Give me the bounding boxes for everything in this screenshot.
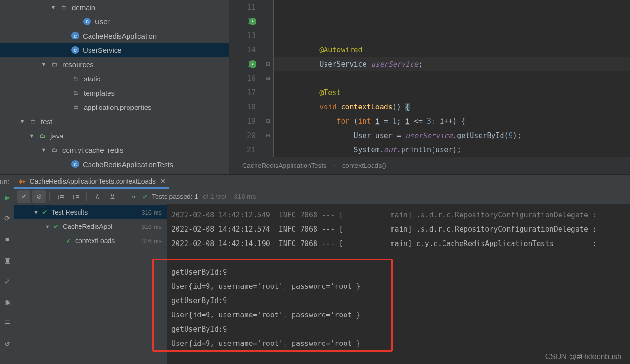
code-line[interactable]: for (int i = 1; i <= 3; i++) { xyxy=(285,114,630,128)
sort-button-2[interactable]: ↕≡ xyxy=(69,190,82,203)
code-line[interactable]: User user = userService.getUserById(9); xyxy=(285,128,630,143)
gutter-line[interactable]: 13 xyxy=(230,29,256,43)
tree-item-domain[interactable]: 🗀domain xyxy=(0,0,229,14)
fold-cell[interactable] xyxy=(264,0,273,14)
project-tree[interactable]: 🗀domaincUsercCacheRedisApplicationcUserS… xyxy=(0,0,229,174)
run-tab[interactable]: ◆▸ CacheRedisApplicationTests.contextLoa… xyxy=(14,175,169,189)
test-tree-item[interactable]: ✔Test Results316 ms xyxy=(14,205,167,219)
tree-item-com-yl-cache-redis[interactable]: 🗀com.yl.cache_redis xyxy=(0,143,229,157)
fold-cell[interactable] xyxy=(264,29,273,43)
folder-icon: 🗀 xyxy=(38,131,47,140)
tree-arrow-icon[interactable] xyxy=(40,147,47,153)
pin-button[interactable]: ⤢ xyxy=(1,275,13,287)
tree-item-userservice[interactable]: cUserService xyxy=(0,43,229,57)
expand-button[interactable]: ☰ xyxy=(1,317,13,329)
show-ignored-button[interactable]: ⊘ xyxy=(32,190,46,203)
tree-item-test[interactable]: 🗀test xyxy=(0,114,229,128)
layout-button[interactable]: ▣ xyxy=(1,255,13,266)
test-tree-item[interactable]: ✔CacheRedisAppl316 ms xyxy=(14,219,167,234)
test-results-tree[interactable]: ✔Test Results316 ms✔CacheRedisAppl316 ms… xyxy=(14,204,167,364)
tree-item-cacheredisapplicationtests[interactable]: cCacheRedisApplicationTests xyxy=(0,157,229,171)
test-tree-item[interactable]: ✔contextLoads316 ms xyxy=(14,234,167,248)
tree-item-application-properties[interactable]: 🗀application.properties xyxy=(0,100,229,114)
gutter-line[interactable]: 11 xyxy=(230,0,256,14)
code-line[interactable]: @Test xyxy=(285,86,630,100)
tree-item-java[interactable]: 🗀java xyxy=(0,128,229,143)
breadcrumb[interactable]: CacheRedisApplicationTests › contextLoad… xyxy=(230,157,630,174)
test-duration: 316 ms xyxy=(141,223,162,230)
tests-passed-label: Tests passed: 1 of 1 test – 316 ms xyxy=(152,193,256,200)
folder-icon: 🗀 xyxy=(59,3,68,11)
tree-item-templates[interactable]: 🗀templates xyxy=(0,86,229,100)
fold-cell[interactable] xyxy=(264,143,273,157)
code-line[interactable] xyxy=(285,71,630,86)
collapse-all-button[interactable]: ⊻ xyxy=(106,190,119,203)
history-button[interactable]: ↺ xyxy=(1,338,13,350)
gutter-line[interactable]: 19 xyxy=(230,114,256,128)
gutter-line[interactable]: 16 xyxy=(230,71,256,86)
tree-item-cacheredisapplication[interactable]: cCacheRedisApplication xyxy=(0,29,229,43)
fold-cell[interactable] xyxy=(264,43,273,57)
folder-icon: 🗀 xyxy=(71,74,80,83)
camera-icon[interactable]: ◉ xyxy=(1,296,13,308)
more-button[interactable]: » xyxy=(1,359,13,364)
class-icon: c xyxy=(83,18,91,25)
fold-cell[interactable] xyxy=(264,100,273,114)
class-icon: c xyxy=(71,32,79,39)
gutter-line[interactable]: 12➤ xyxy=(230,14,256,29)
stop-button[interactable]: ■ xyxy=(1,234,13,245)
tree-label: static xyxy=(84,75,100,83)
passed-check-icon: ✔ xyxy=(42,208,48,216)
gutter-line[interactable]: 17 xyxy=(230,86,256,100)
fold-cell[interactable]: ⊟ xyxy=(264,57,273,71)
editor: 1112➤131415➤161718192021 ⊟⊟⊟⊟ @Autowired… xyxy=(229,0,630,174)
folder-icon: 🗀 xyxy=(71,103,80,111)
gutter-line[interactable]: 15➤ xyxy=(230,57,256,71)
console-toolbar: ✔ ⊘ ↓≡ ↕≡ ⊼ ⊻ » ✔ Tests passed: 1 of 1 t… xyxy=(14,189,630,204)
tree-arrow-icon[interactable] xyxy=(33,209,39,215)
fold-cell[interactable] xyxy=(264,14,273,29)
code-line[interactable]: void contextLoads() { xyxy=(285,100,630,114)
fold-cell[interactable]: ⊟ xyxy=(264,71,273,86)
tree-label: CacheRedisApplicationTests xyxy=(83,160,173,168)
breadcrumb-method[interactable]: contextLoads() xyxy=(342,162,386,169)
toolbar-more-button[interactable]: » xyxy=(127,190,140,203)
tree-arrow-icon[interactable] xyxy=(50,4,57,10)
console-line: 2022-02-08 14:42:12.574 INFO 7068 --- [ … xyxy=(171,222,630,236)
sort-button-1[interactable]: ↓≡ xyxy=(54,190,67,203)
show-passed-button[interactable]: ✔ xyxy=(17,190,30,203)
test-tree-label: contextLoads xyxy=(75,237,115,245)
code-line[interactable]: System.out.println(user); xyxy=(285,143,630,157)
tree-item-user[interactable]: cUser xyxy=(0,14,229,29)
tree-item-resources[interactable]: 🗀resources xyxy=(0,57,229,71)
fold-cell[interactable] xyxy=(264,86,273,100)
test-tree-label: Test Results xyxy=(51,208,88,216)
code-line[interactable]: UserService userService; xyxy=(285,57,630,71)
fold-cell[interactable]: ⊟ xyxy=(264,114,273,128)
tree-label: domain xyxy=(72,3,95,11)
console-line: 2022-02-08 14:42:12.549 INFO 7068 --- [ … xyxy=(171,208,630,222)
fold-cell[interactable]: ⊟ xyxy=(264,128,273,143)
run-gutter-icon[interactable]: ➤ xyxy=(249,60,256,68)
gutter-line[interactable]: 18 xyxy=(230,100,256,114)
rerun-button[interactable]: ▶ xyxy=(1,192,13,203)
breadcrumb-class[interactable]: CacheRedisApplicationTests xyxy=(242,162,326,169)
tree-label: resources xyxy=(62,60,94,69)
close-icon[interactable]: ✕ xyxy=(160,177,166,185)
gutter-line[interactable]: 20 xyxy=(230,128,256,143)
editor-code[interactable]: @Autowired UserService userService; @Tes… xyxy=(274,0,630,157)
folder-icon: 🗀 xyxy=(29,117,37,126)
tree-item-static[interactable]: 🗀static xyxy=(0,71,229,86)
expand-all-button[interactable]: ⊼ xyxy=(90,190,104,203)
toggle-button-1[interactable]: ⟳ xyxy=(1,213,13,224)
gutter-line[interactable]: 21 xyxy=(230,143,256,157)
tree-arrow-icon[interactable] xyxy=(40,61,47,68)
class-icon: c xyxy=(71,46,79,54)
tree-arrow-icon[interactable] xyxy=(19,118,26,125)
code-line[interactable]: @Autowired xyxy=(285,43,630,57)
tree-arrow-icon[interactable] xyxy=(29,132,35,139)
annotation-highlight xyxy=(152,259,393,352)
run-gutter-icon[interactable]: ➤ xyxy=(249,18,256,25)
gutter-line[interactable]: 14 xyxy=(230,43,256,57)
tree-arrow-icon[interactable] xyxy=(45,224,50,229)
